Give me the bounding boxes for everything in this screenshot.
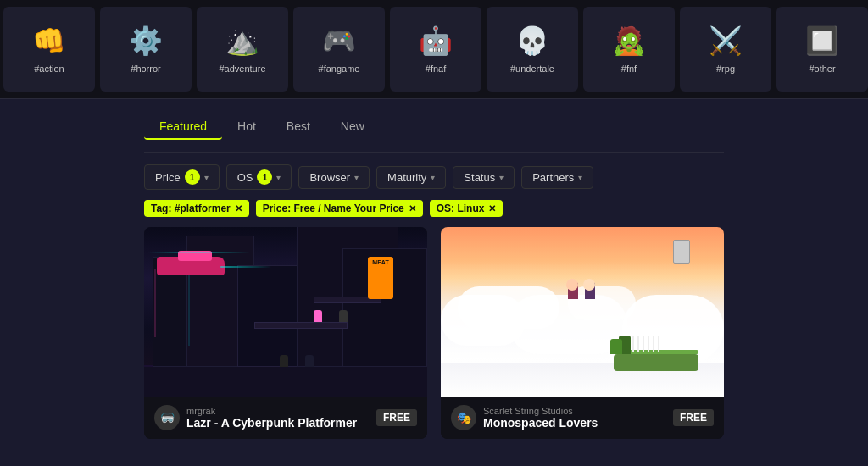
action-label: #action — [34, 64, 64, 74]
tag-item-other[interactable]: 🔲 #other — [776, 7, 868, 92]
tag-item-undertale[interactable]: 💀 #undertale — [487, 7, 578, 92]
tag-item-fnaf[interactable]: 🤖 #fnaf — [390, 7, 481, 92]
tag-filter-label: Tag: #platformer — [151, 202, 231, 214]
os-badge: 1 — [257, 169, 272, 185]
price-chevron: ▾ — [204, 173, 209, 182]
partners-label: Partners — [532, 171, 574, 184]
other-icon: 🔲 — [805, 25, 839, 57]
undertale-icon: 💀 — [515, 25, 549, 57]
game-price-lazr: FREE — [376, 409, 417, 426]
horror-icon: ⚙️ — [129, 25, 163, 57]
horror-label: #horror — [131, 64, 160, 74]
cyberpunk-thumbnail: MEAT — [144, 227, 427, 397]
status-chevron: ▾ — [499, 173, 504, 182]
game-card-lazr[interactable]: MEAT 🥽 mrgrak Lazr - A Cyberpunk Platfor… — [144, 227, 427, 439]
filter-os[interactable]: OS1▾ — [226, 164, 292, 190]
tag-item-rpg[interactable]: ⚔️ #rpg — [680, 7, 771, 92]
tag-item-fnf[interactable]: 🧟 #fnf — [583, 7, 675, 92]
price-filter-label: Price: Free / Name Your Price — [263, 202, 404, 214]
fangame-icon: 🎮 — [322, 25, 356, 57]
tag-item-action[interactable]: 👊 #action — [3, 7, 95, 92]
filter-price[interactable]: Price1▾ — [144, 164, 220, 190]
price-label: Price — [155, 171, 181, 184]
game-meta-monospaced: Scarlet String Studios Monospaced Lovers — [483, 406, 666, 430]
partners-chevron: ▾ — [578, 173, 582, 182]
game-author-monospaced: Scarlet String Studios — [483, 406, 666, 416]
os-label: OS — [237, 171, 253, 184]
game-avatar-lazr: 🥽 — [154, 405, 180, 430]
maturity-label: Maturity — [387, 171, 426, 184]
sky-thumbnail — [441, 227, 724, 397]
fnf-label: #fnf — [621, 64, 637, 74]
os-filter-label: OS: Linux — [437, 202, 485, 214]
active-filter-os[interactable]: OS: Linux✕ — [430, 200, 504, 217]
games-grid: MEAT 🥽 mrgrak Lazr - A Cyberpunk Platfor… — [144, 227, 724, 439]
rpg-label: #rpg — [716, 64, 735, 74]
game-thumbnail-monospaced — [441, 227, 724, 397]
tag-remove-icon[interactable]: ✕ — [235, 203, 242, 214]
game-meta-lazr: mrgrak Lazr - A Cyberpunk Platformer — [186, 406, 370, 430]
price-remove-icon[interactable]: ✕ — [409, 203, 416, 214]
game-card-monospaced[interactable]: 🎭 Scarlet String Studios Monospaced Love… — [441, 227, 724, 439]
browser-chevron: ▾ — [354, 173, 359, 182]
filter-status[interactable]: Status▾ — [453, 166, 515, 189]
rpg-icon: ⚔️ — [709, 25, 743, 57]
os-remove-icon[interactable]: ✕ — [488, 203, 496, 214]
game-info-lazr: 🥽 mrgrak Lazr - A Cyberpunk Platformer F… — [144, 397, 427, 439]
game-author-lazr: mrgrak — [186, 406, 370, 416]
filter-maturity[interactable]: Maturity▾ — [376, 166, 446, 189]
tags-bar: 👊 #action ⚙️ #horror ⛰️ #adventure 🎮 #fa… — [0, 0, 868, 99]
fangame-label: #fangame — [319, 64, 360, 74]
game-title-monospaced: Monospaced Lovers — [483, 416, 666, 430]
active-filter-price[interactable]: Price: Free / Name Your Price✕ — [256, 200, 423, 217]
game-price-monospaced: FREE — [673, 409, 714, 426]
fnaf-label: #fnaf — [426, 64, 446, 74]
fnf-icon: 🧟 — [612, 25, 646, 57]
status-label: Status — [464, 171, 495, 184]
tag-item-fangame[interactable]: 🎮 #fangame — [293, 7, 385, 92]
game-avatar-monospaced: 🎭 — [451, 405, 476, 430]
browser-label: Browser — [309, 171, 350, 184]
tag-item-adventure[interactable]: ⛰️ #adventure — [197, 7, 288, 92]
tab-hot[interactable]: Hot — [222, 114, 271, 140]
game-title-lazr: Lazr - A Cyberpunk Platformer — [186, 416, 370, 430]
os-chevron: ▾ — [276, 173, 281, 182]
filters-row: Price1▾OS1▾Browser▾Maturity▾Status▾Partn… — [144, 153, 724, 198]
tab-best[interactable]: Best — [271, 114, 326, 140]
game-info-monospaced: 🎭 Scarlet String Studios Monospaced Love… — [441, 397, 724, 439]
price-badge: 1 — [185, 169, 200, 185]
tab-new[interactable]: New — [326, 114, 380, 140]
tabs-row: FeaturedHotBestNew — [144, 99, 724, 153]
adventure-label: #adventure — [219, 64, 265, 74]
tag-item-horror[interactable]: ⚙️ #horror — [100, 7, 192, 92]
maturity-chevron: ▾ — [431, 173, 435, 182]
other-label: #other — [809, 64, 835, 74]
action-icon: 👊 — [32, 25, 66, 57]
game-thumbnail-lazr: MEAT — [144, 227, 427, 397]
active-filter-tag[interactable]: Tag: #platformer✕ — [144, 200, 249, 217]
undertale-label: #undertale — [510, 64, 554, 74]
main-content: FeaturedHotBestNew Price1▾OS1▾Browser▾Ma… — [0, 99, 868, 439]
filter-partners[interactable]: Partners▾ — [521, 166, 593, 189]
fnaf-icon: 🤖 — [419, 25, 453, 57]
tab-featured[interactable]: Featured — [144, 114, 222, 140]
filter-browser[interactable]: Browser▾ — [298, 166, 370, 189]
active-filters: Tag: #platformer✕Price: Free / Name Your… — [144, 198, 724, 227]
adventure-icon: ⛰️ — [225, 25, 259, 57]
